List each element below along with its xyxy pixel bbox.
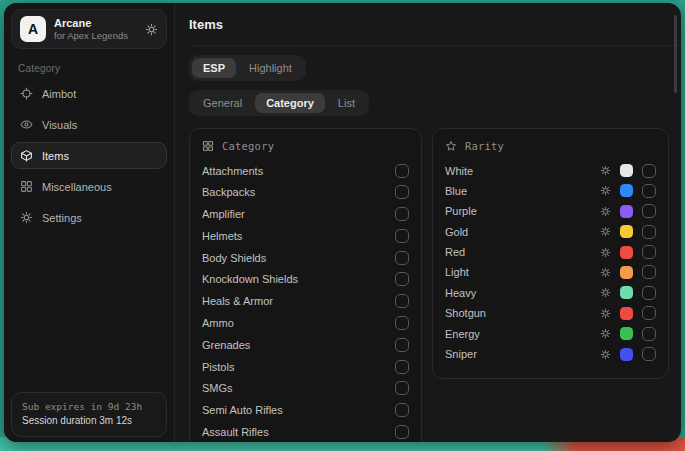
category-checkbox[interactable]	[395, 381, 409, 395]
tab-list[interactable]: List	[327, 93, 366, 113]
gear-icon[interactable]	[600, 308, 611, 319]
rarity-panel: Rarity White Blue Purple	[432, 128, 669, 379]
rarity-color-swatch[interactable]	[620, 164, 633, 177]
gear-icon[interactable]	[600, 328, 611, 339]
category-row: Backpacks	[202, 185, 409, 200]
gear-icon[interactable]	[600, 185, 611, 196]
category-row-label: SMGs	[202, 382, 395, 394]
app-titles: Arcane for Apex Legends	[54, 17, 137, 42]
mode-tab-group: ESP Highlight	[189, 55, 306, 81]
category-row-label: Assault Rifles	[202, 426, 395, 438]
crosshair-icon	[20, 87, 33, 100]
sidebar-item-miscellaneous[interactable]: Miscellaneous	[11, 173, 167, 200]
category-row: Ammo	[202, 316, 409, 331]
rarity-color-swatch[interactable]	[620, 348, 633, 361]
sidebar-item-visuals[interactable]: Visuals	[11, 111, 167, 138]
tab-general[interactable]: General	[192, 93, 253, 113]
rarity-checkbox[interactable]	[642, 286, 656, 300]
rarity-row: Sniper	[445, 347, 656, 362]
category-row: Attachments	[202, 163, 409, 178]
sidebar-item-settings[interactable]: Settings	[11, 204, 167, 231]
category-panel-title: Category	[222, 140, 274, 152]
sidebar-item-label: Items	[42, 150, 69, 162]
rarity-row: Gold	[445, 224, 656, 239]
category-checkbox[interactable]	[395, 185, 409, 199]
box-icon	[20, 149, 33, 162]
category-row: Pistols	[202, 359, 409, 374]
category-row-label: Attachments	[202, 165, 395, 177]
gear-icon[interactable]	[600, 226, 611, 237]
mode-tab-row: ESP Highlight	[189, 55, 681, 81]
category-checkbox[interactable]	[395, 229, 409, 243]
category-checkbox[interactable]	[395, 425, 409, 439]
rarity-checkbox[interactable]	[642, 245, 656, 259]
gear-icon[interactable]	[600, 206, 611, 217]
rarity-checkbox[interactable]	[642, 164, 656, 178]
rarity-color-swatch[interactable]	[620, 205, 633, 218]
app-header-card: A Arcane for Apex Legends	[11, 9, 167, 49]
sidebar: A Arcane for Apex Legends Category	[4, 3, 175, 442]
rarity-color-swatch[interactable]	[620, 184, 633, 197]
category-checkbox[interactable]	[395, 294, 409, 308]
category-row-label: Helmets	[202, 230, 395, 242]
rarity-checkbox[interactable]	[642, 265, 656, 279]
category-checkbox[interactable]	[395, 251, 409, 265]
category-checkbox[interactable]	[395, 360, 409, 374]
category-row-label: Body Shields	[202, 252, 395, 264]
session-duration-text: Session duration 3m 12s	[22, 414, 156, 428]
category-row-label: Semi Auto Rifles	[202, 404, 395, 416]
gear-icon	[20, 211, 33, 224]
app-window: A Arcane for Apex Legends Category	[4, 3, 681, 442]
sidebar-item-aimbot[interactable]: Aimbot	[11, 80, 167, 107]
category-list: Attachments Backpacks Amplifier Helmets …	[202, 163, 409, 442]
rarity-list: White Blue Purple	[445, 163, 656, 362]
sidebar-item-items[interactable]: Items	[11, 142, 167, 169]
main-header: Items	[189, 3, 681, 46]
gear-icon[interactable]	[145, 23, 158, 36]
app-logo: A	[20, 16, 46, 42]
rarity-color-swatch[interactable]	[620, 286, 633, 299]
category-checkbox[interactable]	[395, 164, 409, 178]
category-row: Knockdown Shields	[202, 272, 409, 287]
gear-icon[interactable]	[600, 247, 611, 258]
category-panel-header: Category	[202, 140, 409, 152]
rarity-color-swatch[interactable]	[620, 266, 633, 279]
gear-icon[interactable]	[600, 165, 611, 176]
rarity-checkbox[interactable]	[642, 204, 656, 218]
gear-icon[interactable]	[600, 287, 611, 298]
category-row-label: Amplifier	[202, 208, 395, 220]
rarity-panel-title: Rarity	[465, 140, 504, 152]
tab-category[interactable]: Category	[255, 93, 325, 113]
category-checkbox[interactable]	[395, 316, 409, 330]
rarity-checkbox[interactable]	[642, 184, 656, 198]
rarity-color-swatch[interactable]	[620, 246, 633, 259]
category-row: Helmets	[202, 228, 409, 243]
rarity-row-label: Gold	[445, 226, 600, 238]
category-row-label: Pistols	[202, 361, 395, 373]
app-name: Arcane	[54, 17, 137, 30]
rarity-checkbox[interactable]	[642, 327, 656, 341]
app-subtitle: for Apex Legends	[54, 30, 137, 42]
rarity-checkbox[interactable]	[642, 225, 656, 239]
category-checkbox[interactable]	[395, 272, 409, 286]
rarity-color-swatch[interactable]	[620, 327, 633, 340]
sidebar-item-label: Settings	[42, 212, 82, 224]
rarity-checkbox[interactable]	[642, 347, 656, 361]
rarity-row: Heavy	[445, 285, 656, 300]
tab-esp[interactable]: ESP	[192, 58, 236, 78]
rarity-color-swatch[interactable]	[620, 307, 633, 320]
grid-icon	[20, 180, 33, 193]
rarity-checkbox[interactable]	[642, 306, 656, 320]
rarity-color-swatch[interactable]	[620, 225, 633, 238]
sidebar-category-label: Category	[18, 63, 174, 74]
gear-icon[interactable]	[600, 267, 611, 278]
scrollbar-thumb[interactable]	[674, 15, 677, 93]
rarity-row: Red	[445, 245, 656, 260]
rarity-row-label: White	[445, 165, 600, 177]
tab-highlight[interactable]: Highlight	[238, 58, 303, 78]
category-checkbox[interactable]	[395, 403, 409, 417]
category-checkbox[interactable]	[395, 207, 409, 221]
rarity-row: Purple	[445, 204, 656, 219]
gear-icon[interactable]	[600, 349, 611, 360]
category-checkbox[interactable]	[395, 338, 409, 352]
